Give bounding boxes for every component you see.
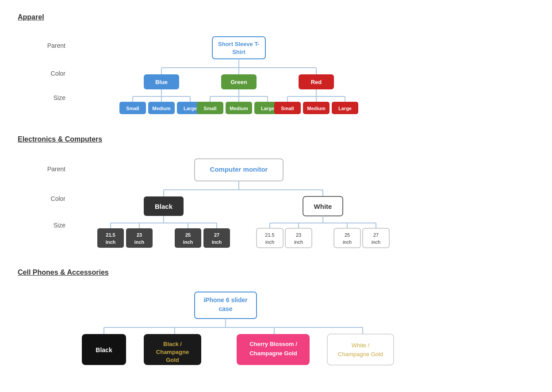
svg-text:Large: Large: [338, 106, 352, 111]
svg-text:Black: Black: [96, 346, 112, 354]
apparel-section: Apparel Parent Color Size Short Sleeve T…: [18, 13, 534, 113]
cellphones-title: Cell Phones & Accessories: [18, 269, 534, 277]
svg-rect-63: [97, 228, 124, 248]
svg-text:Medium: Medium: [230, 106, 248, 111]
svg-text:Red: Red: [311, 79, 322, 85]
svg-text:Shirt: Shirt: [232, 49, 245, 55]
svg-rect-81: [257, 228, 283, 248]
svg-text:27: 27: [373, 232, 379, 238]
svg-text:23: 23: [137, 232, 142, 238]
svg-text:case: case: [218, 305, 232, 312]
svg-text:21.5: 21.5: [265, 232, 274, 238]
svg-text:inch: inch: [134, 239, 145, 245]
svg-text:inch: inch: [212, 239, 222, 245]
svg-rect-90: [363, 228, 389, 248]
apparel-title: Apparel: [18, 13, 534, 21]
svg-text:Gold: Gold: [166, 357, 179, 363]
svg-text:Black: Black: [155, 203, 173, 210]
svg-text:Small: Small: [203, 106, 216, 111]
cellphones-tree-svg: iPhone 6 slider case Black Black / Champ…: [71, 290, 425, 369]
svg-text:27: 27: [214, 232, 219, 238]
apparel-tree-svg: Short Sleeve T- Shirt Blue Green Red: [75, 35, 420, 112]
svg-text:Blue: Blue: [155, 79, 168, 85]
svg-text:Green: Green: [230, 79, 247, 85]
svg-text:White /: White /: [352, 342, 370, 349]
svg-text:Medium: Medium: [152, 106, 171, 111]
svg-text:iPhone 6 slider: iPhone 6 slider: [203, 296, 248, 304]
svg-text:Large: Large: [184, 106, 197, 111]
svg-text:inch: inch: [183, 239, 193, 245]
svg-text:21.5: 21.5: [106, 232, 115, 238]
svg-text:White: White: [314, 203, 332, 210]
svg-rect-87: [334, 228, 360, 248]
svg-rect-111: [327, 334, 394, 365]
electronics-section: Electronics & Computers Parent Color Siz…: [18, 135, 534, 246]
svg-text:Champagne Gold: Champagne Gold: [338, 351, 383, 357]
svg-text:Small: Small: [281, 106, 294, 111]
svg-text:25: 25: [185, 232, 191, 238]
electronics-tree-svg: Computer monitor Black White: [75, 157, 438, 245]
svg-text:Champagne: Champagne: [156, 349, 189, 355]
svg-text:Cherry Blossom /: Cherry Blossom /: [249, 341, 297, 347]
svg-text:Medium: Medium: [307, 106, 326, 111]
svg-text:inch: inch: [343, 239, 352, 245]
apparel-color-label: Color: [51, 70, 65, 77]
apparel-parent-label: Parent: [47, 42, 65, 49]
svg-text:23: 23: [296, 232, 301, 238]
svg-rect-108: [237, 334, 310, 365]
svg-rect-0: [212, 37, 265, 59]
svg-text:Champagne Gold: Champagne Gold: [249, 350, 297, 357]
elec-color-label: Color: [51, 195, 65, 202]
svg-text:inch: inch: [294, 239, 303, 245]
svg-rect-84: [285, 228, 312, 248]
svg-rect-66: [126, 228, 153, 248]
svg-text:Computer monitor: Computer monitor: [210, 165, 268, 173]
svg-text:inch: inch: [372, 239, 380, 245]
svg-text:Small: Small: [126, 106, 139, 111]
svg-text:Short Sleeve T-: Short Sleeve T-: [218, 41, 260, 47]
elec-size-label: Size: [54, 222, 65, 229]
svg-text:25: 25: [345, 232, 350, 238]
svg-rect-69: [175, 228, 201, 248]
svg-text:Large: Large: [261, 106, 274, 111]
svg-text:Black /: Black /: [163, 341, 182, 347]
cellphones-section: Cell Phones & Accessories iPhone 6 slide…: [18, 269, 534, 371]
electronics-title: Electronics & Computers: [18, 135, 534, 143]
svg-text:inch: inch: [106, 239, 116, 245]
apparel-size-label: Size: [54, 94, 65, 101]
svg-rect-72: [203, 228, 230, 248]
svg-text:inch: inch: [265, 239, 274, 245]
elec-parent-label: Parent: [47, 165, 65, 173]
